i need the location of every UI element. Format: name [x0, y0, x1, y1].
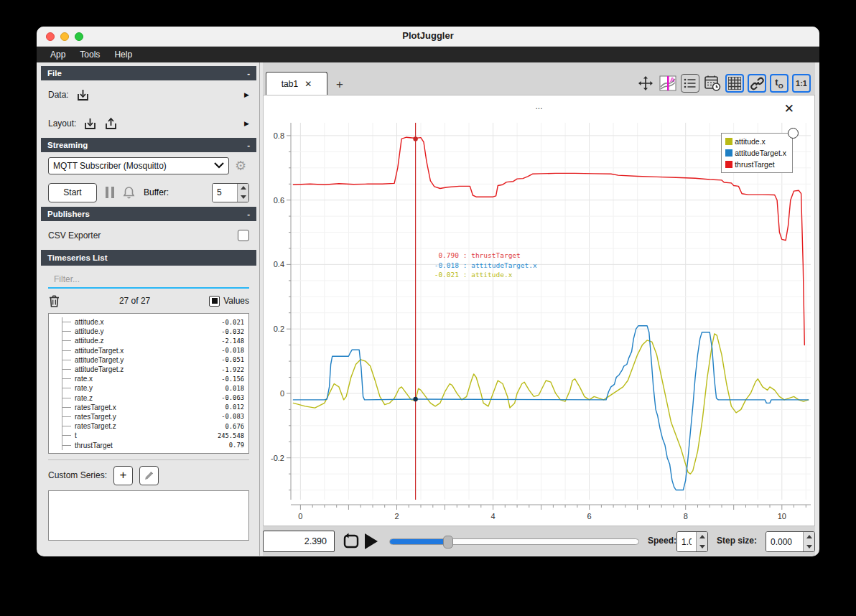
splitter[interactable] — [259, 62, 260, 556]
sidebar: File - Data: ▶ Layout: — [41, 66, 256, 541]
timeseries-row[interactable]: rate.y0.018 — [62, 383, 244, 393]
list-icon[interactable] — [681, 74, 699, 93]
step-size-label: Step size: — [717, 536, 757, 546]
section-header-file[interactable]: File - — [41, 66, 256, 80]
plot-corner-handle[interactable] — [788, 128, 799, 139]
timeseries-row[interactable]: t245.548 — [62, 431, 244, 440]
spin-down-icon[interactable] — [238, 192, 248, 202]
legend-swatch — [725, 138, 732, 145]
section-header-publishers[interactable]: Publishers - — [41, 207, 256, 221]
time-field[interactable] — [263, 531, 335, 552]
titlebar: PlotJuggler — [37, 27, 819, 47]
data-label: Data: — [48, 90, 69, 100]
gear-icon[interactable]: ⚙ — [235, 159, 246, 172]
streaming-source-select[interactable]: MQTT Subscriber (Mosquitto) — [48, 157, 229, 174]
plot-title: ... — [264, 101, 814, 111]
collapse-icon[interactable]: - — [247, 69, 250, 78]
timeseries-row[interactable]: attitude.x-0.021 — [62, 317, 244, 327]
slider-fill — [390, 539, 449, 544]
svg-text:A: A — [670, 76, 675, 83]
svg-text:0.2: 0.2 — [274, 325, 284, 333]
timeseries-row[interactable]: rate.z-0.063 — [62, 393, 244, 403]
tab-tab1[interactable]: tab1 ✕ — [266, 72, 327, 95]
move-icon[interactable] — [636, 74, 655, 93]
trash-icon[interactable] — [48, 294, 60, 308]
timeseries-row[interactable]: attitude.y-0.032 — [62, 327, 244, 336]
add-custom-series-button[interactable]: + — [113, 466, 133, 485]
load-data-icon[interactable] — [76, 88, 90, 102]
timeseries-row[interactable]: ratesTarget.x0.012 — [62, 403, 244, 412]
play-icon[interactable] — [365, 533, 378, 549]
section-header-streaming[interactable]: Streaming - — [41, 138, 256, 152]
csv-exporter-label: CSV Exporter — [48, 230, 101, 241]
add-tab-button[interactable]: + — [336, 78, 343, 95]
menu-help[interactable]: Help — [108, 48, 139, 61]
grid-layout-icon[interactable] — [725, 74, 744, 93]
timeseries-row[interactable]: attitudeTarget.z-1.922 — [62, 365, 244, 374]
ratio-icon[interactable]: 1:1 — [792, 74, 811, 93]
step-size-value[interactable] — [766, 532, 803, 551]
timeseries-list[interactable]: attitude.x-0.021attitude.y-0.032attitude… — [48, 313, 249, 454]
menu-app[interactable]: App — [44, 48, 72, 61]
load-layout-icon[interactable] — [83, 117, 97, 131]
svg-text:6: 6 — [587, 512, 592, 521]
svg-text:0.4: 0.4 — [274, 260, 284, 269]
timeseries-row[interactable]: ratesTarget.y-0.083 — [62, 412, 244, 421]
curve-tracker-icon[interactable]: A — [659, 74, 677, 93]
svg-text:0: 0 — [298, 512, 302, 521]
legend-swatch — [725, 149, 732, 157]
close-tab-icon[interactable]: ✕ — [304, 79, 312, 89]
loop-icon[interactable] — [342, 532, 360, 551]
menu-tools[interactable]: Tools — [73, 48, 106, 61]
timeseries-row[interactable]: attitudeTarget.x-0.018 — [62, 346, 244, 355]
speed-value[interactable] — [677, 532, 696, 551]
spin-up-icon[interactable] — [804, 532, 814, 542]
timeseries-count: 27 of 27 — [60, 296, 209, 306]
time-input[interactable] — [264, 531, 334, 551]
spin-down-icon[interactable] — [697, 542, 707, 552]
slider-handle[interactable] — [443, 536, 453, 549]
start-button[interactable]: Start — [48, 183, 97, 202]
values-checkbox[interactable] — [209, 296, 220, 307]
data-expand-arrow[interactable]: ▶ — [244, 91, 249, 98]
timeseries-row[interactable]: attitudeTarget.y-0.051 — [62, 355, 244, 365]
custom-series-list[interactable] — [48, 490, 249, 541]
app-window: PlotJuggler App Tools Help File - Data: … — [37, 27, 819, 556]
section-header-timeseries[interactable]: Timeseries List — [41, 250, 256, 266]
save-layout-icon[interactable] — [104, 117, 118, 131]
time-offset-icon[interactable]: tO — [770, 74, 788, 93]
bell-icon[interactable] — [123, 186, 135, 199]
spin-up-icon[interactable] — [697, 532, 707, 542]
layout-expand-arrow[interactable]: ▶ — [244, 120, 249, 127]
svg-text:10: 10 — [778, 512, 786, 521]
datetime-icon[interactable] — [703, 74, 722, 93]
buffer-spinbox[interactable] — [212, 183, 249, 202]
time-slider[interactable] — [389, 538, 639, 545]
link-axes-icon[interactable] — [748, 74, 766, 93]
collapse-icon[interactable]: - — [247, 141, 250, 149]
legend-item[interactable]: attitudeTarget.x — [725, 149, 786, 157]
timeseries-row[interactable]: attitude.z-2.148 — [62, 336, 244, 345]
close-plot-icon[interactable]: ✕ — [784, 103, 794, 115]
legend-item[interactable]: attitude.x — [725, 137, 786, 146]
chevron-down-icon — [214, 161, 224, 171]
buffer-label: Buffer: — [144, 187, 169, 197]
tab-bar: tab1 ✕ + A — [263, 72, 815, 95]
legend-item[interactable]: thrustTarget — [725, 160, 786, 169]
buffer-value[interactable] — [213, 184, 237, 202]
timeseries-row[interactable]: ratesTarget.z0.676 — [62, 421, 244, 431]
edit-custom-series-button[interactable] — [139, 466, 159, 485]
svg-text:4: 4 — [491, 512, 496, 521]
step-size-spinbox[interactable] — [766, 531, 815, 552]
tree-branch-icon — [62, 416, 71, 417]
legend[interactable]: attitude.xattitudeTarget.xthrustTarget — [721, 133, 793, 173]
csv-exporter-checkbox[interactable] — [238, 230, 249, 241]
pause-icon[interactable] — [106, 187, 114, 198]
filter-input[interactable] — [48, 271, 249, 289]
timeseries-row[interactable]: thrustTarget0.79 — [62, 440, 244, 449]
spin-down-icon[interactable] — [804, 542, 814, 552]
speed-spinbox[interactable] — [676, 531, 708, 552]
collapse-icon[interactable]: - — [247, 210, 250, 218]
timeseries-row[interactable]: rate.x-0.156 — [62, 374, 244, 383]
spin-up-icon[interactable] — [238, 184, 248, 193]
